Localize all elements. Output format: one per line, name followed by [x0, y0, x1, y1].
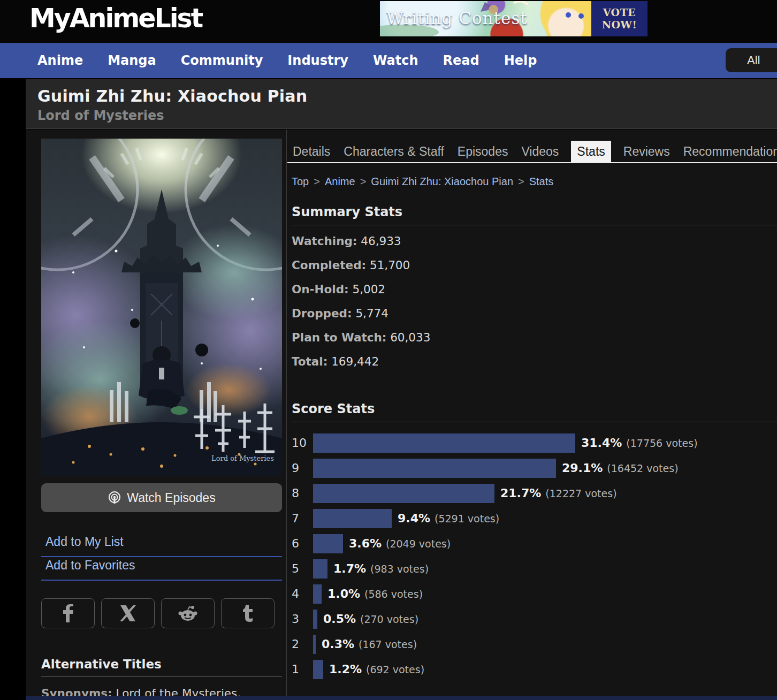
summary-stats-list: Watching: 46,933Completed: 51,700On-Hold…: [292, 234, 773, 379]
summary-row-dropped-: Dropped: 5,774: [292, 307, 773, 331]
tab-characters-staff[interactable]: Characters & Staff: [342, 141, 445, 163]
tab-recommendations[interactable]: Recommendations: [682, 141, 777, 163]
score-percent: 3.6%: [349, 537, 382, 550]
score-bar: [313, 660, 323, 679]
anime-poster-image[interactable]: Lord of Mysteries: [41, 139, 282, 476]
score-row-3: 30.5%(270 votes): [292, 606, 777, 631]
breadcrumb-link-anime[interactable]: Anime: [325, 176, 355, 187]
page-subtitle: Lord of Mysteries: [37, 108, 777, 123]
writing-contest-banner-ad[interactable]: Writing Contest Vote Now!: [380, 1, 648, 36]
tabs-underline: [287, 162, 777, 163]
watch-episodes-button[interactable]: Watch Episodes: [41, 483, 282, 512]
facebook-share-button[interactable]: [41, 598, 95, 628]
reddit-share-button[interactable]: [161, 598, 215, 628]
content-area: Lord of Mysteries Watch Episodes Add to …: [26, 130, 777, 700]
add-to-my-list-link[interactable]: Add to My List: [41, 535, 282, 557]
score-bar: [313, 635, 316, 654]
score-votes: (17756 votes): [626, 437, 697, 449]
score-percent: 9.4%: [398, 512, 430, 525]
sidebar: Lord of Mysteries Watch Episodes Add to …: [26, 130, 287, 700]
score-bar: [313, 509, 392, 528]
score-value-label: 6: [292, 537, 313, 550]
summary-row-value: 5,774: [352, 307, 389, 320]
add-to-favorites-link[interactable]: Add to Favorites: [41, 558, 282, 581]
nav-item-industry[interactable]: Industry: [287, 53, 348, 68]
score-value-label: 10: [292, 436, 313, 450]
nav-item-watch[interactable]: Watch: [373, 53, 418, 68]
breadcrumb-link-stats[interactable]: Stats: [529, 176, 554, 187]
score-value-label: 1: [292, 663, 313, 676]
summary-row-label: Watching:: [292, 234, 357, 248]
vote-now-button[interactable]: Vote Now!: [591, 1, 648, 36]
summary-row-value: 169,442: [327, 355, 379, 368]
score-votes: (270 votes): [360, 613, 418, 625]
nav-item-help[interactable]: Help: [504, 53, 537, 68]
score-value-label: 8: [292, 486, 313, 500]
broadcast-icon: [108, 491, 121, 505]
vote-now-line2: Now!: [602, 19, 637, 31]
x-icon: [120, 605, 136, 621]
score-percent: 0.5%: [323, 612, 356, 626]
site-logo[interactable]: MyAnimeList: [29, 3, 202, 34]
tab-details[interactable]: Details: [292, 141, 331, 163]
banner-artwork: Writing Contest: [380, 1, 591, 36]
tab-videos[interactable]: Videos: [520, 141, 560, 163]
watch-episodes-label: Watch Episodes: [127, 491, 215, 505]
summary-stats-heading: Summary Stats: [292, 204, 402, 219]
score-votes: (167 votes): [359, 638, 417, 650]
page-title: Guimi Zhi Zhu: Xiaochou Pian: [37, 87, 777, 105]
score-row-9: 929.1%(16452 votes): [292, 455, 777, 481]
score-row-4: 41.0%(586 votes): [292, 581, 777, 606]
score-value-label: 4: [292, 587, 313, 600]
score-row-2: 20.3%(167 votes): [292, 631, 777, 657]
score-bar: [313, 459, 556, 478]
score-percent: 0.3%: [322, 637, 354, 651]
tab-reviews[interactable]: Reviews: [622, 141, 671, 163]
score-votes: (692 votes): [366, 664, 424, 675]
score-row-10: 1031.4%(17756 votes): [292, 430, 777, 455]
score-stats-divider: [292, 422, 777, 422]
score-votes: (16452 votes): [607, 462, 678, 474]
add-to-favorites-label: Add to Favorites: [45, 558, 135, 573]
score-row-7: 79.4%(5291 votes): [292, 506, 777, 531]
breadcrumb-separator: >: [518, 176, 524, 187]
summary-row-watching-: Watching: 46,933: [292, 234, 773, 258]
nav-item-manga[interactable]: Manga: [108, 53, 156, 68]
nav-item-read[interactable]: Read: [443, 53, 479, 68]
score-percent: 1.2%: [329, 663, 362, 676]
summary-row-label: Plan to Watch:: [292, 331, 386, 344]
tab-episodes[interactable]: Episodes: [456, 141, 509, 163]
x-share-button[interactable]: [101, 598, 155, 628]
score-votes: (2049 votes): [386, 538, 451, 550]
poster-artwork: Lord of Mysteries: [41, 139, 282, 476]
summary-row-on-hold-: On-Hold: 5,002: [292, 283, 773, 307]
score-bar: [313, 534, 343, 553]
tumblr-share-button[interactable]: [221, 598, 275, 628]
score-row-1: 11.2%(692 votes): [292, 657, 777, 682]
next-section-edge: [26, 696, 777, 700]
breadcrumb-link-top[interactable]: Top: [292, 176, 309, 187]
vote-now-line1: Vote: [603, 6, 636, 19]
nav-item-anime[interactable]: Anime: [37, 53, 83, 68]
score-votes: (12227 votes): [545, 488, 616, 499]
title-block: Guimi Zhi Zhu: Xiaochou Pian Lord of Mys…: [26, 79, 777, 129]
score-votes: (586 votes): [364, 588, 423, 600]
summary-row-label: Dropped:: [292, 307, 352, 320]
score-row-5: 51.7%(983 votes): [292, 556, 777, 581]
search-scope-dropdown[interactable]: All: [726, 48, 777, 72]
summary-row-value: 51,700: [366, 258, 410, 272]
score-stats-heading: Score Stats: [292, 401, 375, 416]
breadcrumb-link-guimi-zhi-zhu-xiaochou-pian[interactable]: Guimi Zhi Zhu: Xiaochou Pian: [371, 176, 513, 187]
breadcrumb-separator: >: [360, 176, 367, 187]
tab-stats[interactable]: Stats: [571, 141, 611, 163]
score-percent: 31.4%: [581, 436, 622, 450]
nav-item-community[interactable]: Community: [181, 53, 263, 68]
score-row-6: 63.6%(2049 votes): [292, 531, 777, 556]
banner-title: Writing Contest: [386, 9, 528, 28]
score-value-label: 5: [292, 562, 313, 575]
breadcrumb: Top>Anime>Guimi Zhi Zhu: Xiaochou Pian>S…: [292, 176, 553, 188]
breadcrumb-separator: >: [314, 176, 320, 187]
score-bar: [313, 433, 575, 453]
score-bar: [313, 559, 327, 579]
summary-row-value: 46,933: [357, 234, 401, 248]
